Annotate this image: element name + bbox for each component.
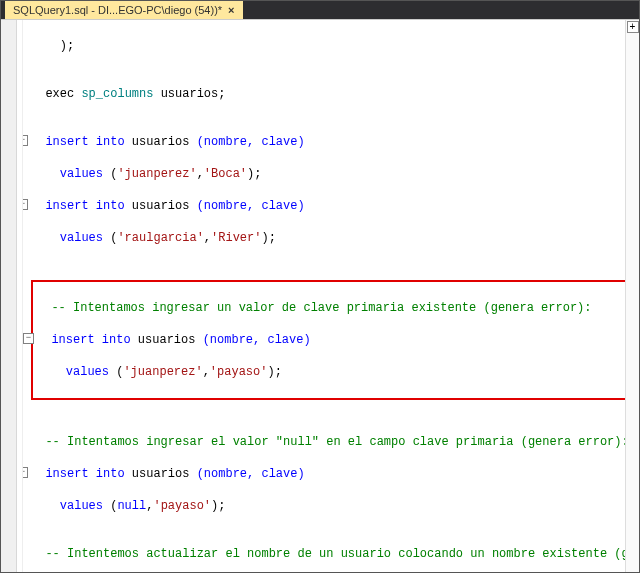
document-tab-label: SQLQuery1.sql - DI...EGO-PC\diego (54))* — [13, 4, 222, 16]
fold-icon[interactable]: − — [23, 135, 28, 146]
fold-gutter — [1, 20, 17, 573]
split-icon[interactable]: + — [627, 21, 639, 33]
document-tab[interactable]: SQLQuery1.sql - DI...EGO-PC\diego (54))*… — [5, 1, 243, 19]
fold-icon[interactable]: − — [23, 333, 34, 344]
highlighted-code-block: -- Intentamos ingresar un valor de clave… — [31, 280, 635, 400]
fold-icon[interactable]: − — [23, 199, 28, 210]
code-area[interactable]: ); exec sp_columns usuarios; − insert in… — [23, 20, 639, 573]
document-tab-strip: SQLQuery1.sql - DI...EGO-PC\diego (54))*… — [1, 1, 639, 19]
close-icon[interactable]: × — [228, 4, 234, 16]
vertical-scroll-map[interactable]: + — [625, 20, 639, 573]
fold-icon[interactable]: − — [23, 467, 28, 478]
sql-editor: ); exec sp_columns usuarios; − insert in… — [1, 19, 639, 573]
